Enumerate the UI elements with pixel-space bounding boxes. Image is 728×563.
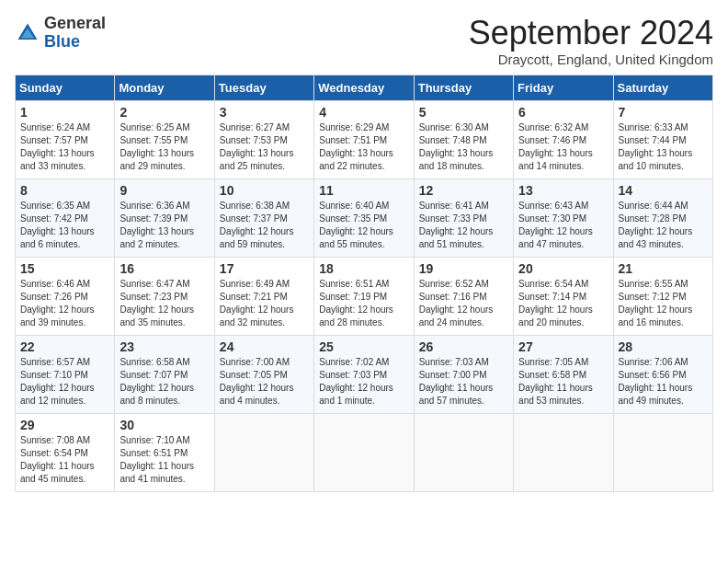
calendar-cell bbox=[214, 413, 313, 491]
day-info: Sunrise: 6:54 AMSunset: 7:14 PMDaylight:… bbox=[518, 278, 608, 329]
day-number: 18 bbox=[319, 261, 408, 276]
day-number: 29 bbox=[20, 418, 109, 432]
day-info: Sunrise: 6:43 AMSunset: 7:30 PMDaylight:… bbox=[518, 200, 608, 251]
day-info: Sunrise: 6:55 AMSunset: 7:12 PMDaylight:… bbox=[619, 278, 708, 329]
calendar-cell: 20Sunrise: 6:54 AMSunset: 7:14 PMDayligh… bbox=[514, 257, 613, 335]
day-number: 22 bbox=[20, 339, 109, 354]
calendar-cell: 9Sunrise: 6:36 AMSunset: 7:39 PMDaylight… bbox=[115, 178, 214, 257]
day-number: 8 bbox=[20, 183, 109, 198]
calendar-cell: 26Sunrise: 7:03 AMSunset: 7:00 PMDayligh… bbox=[414, 335, 513, 413]
calendar-cell: 18Sunrise: 6:51 AMSunset: 7:19 PMDayligh… bbox=[314, 257, 414, 335]
column-header-friday: Friday bbox=[514, 75, 613, 100]
day-info: Sunrise: 6:32 AMSunset: 7:46 PMDaylight:… bbox=[518, 121, 608, 173]
column-header-sunday: Sunday bbox=[16, 75, 115, 100]
logo-general: General bbox=[44, 14, 106, 32]
day-number: 11 bbox=[319, 183, 408, 198]
day-number: 20 bbox=[518, 261, 608, 276]
calendar-header-row: SundayMondayTuesdayWednesdayThursdayFrid… bbox=[16, 75, 713, 100]
calendar-cell: 8Sunrise: 6:35 AMSunset: 7:42 PMDaylight… bbox=[16, 178, 115, 257]
calendar-cell: 14Sunrise: 6:44 AMSunset: 7:28 PMDayligh… bbox=[613, 178, 712, 257]
day-info: Sunrise: 6:46 AMSunset: 7:26 PMDaylight:… bbox=[20, 278, 109, 329]
day-number: 26 bbox=[419, 339, 508, 354]
day-info: Sunrise: 6:38 AMSunset: 7:37 PMDaylight:… bbox=[220, 200, 309, 251]
day-info: Sunrise: 6:57 AMSunset: 7:10 PMDaylight:… bbox=[20, 356, 109, 408]
column-header-saturday: Saturday bbox=[613, 75, 712, 100]
calendar-cell: 1Sunrise: 6:24 AMSunset: 7:57 PMDaylight… bbox=[16, 100, 115, 178]
day-info: Sunrise: 6:41 AMSunset: 7:33 PMDaylight:… bbox=[419, 200, 508, 251]
column-header-tuesday: Tuesday bbox=[214, 75, 313, 100]
day-info: Sunrise: 7:08 AMSunset: 6:54 PMDaylight:… bbox=[20, 434, 109, 486]
calendar-cell bbox=[613, 413, 712, 491]
day-info: Sunrise: 6:58 AMSunset: 7:07 PMDaylight:… bbox=[119, 356, 209, 408]
day-number: 28 bbox=[619, 339, 708, 354]
day-number: 14 bbox=[619, 183, 708, 198]
day-number: 23 bbox=[119, 339, 209, 354]
day-number: 5 bbox=[419, 105, 508, 120]
day-info: Sunrise: 6:36 AMSunset: 7:39 PMDaylight:… bbox=[119, 200, 209, 251]
day-number: 17 bbox=[220, 261, 309, 276]
title-block: September 2024 Draycott, England, United… bbox=[469, 15, 713, 67]
day-info: Sunrise: 6:40 AMSunset: 7:35 PMDaylight:… bbox=[319, 200, 408, 251]
logo-icon bbox=[15, 20, 40, 46]
page-header: General Blue September 2024 Draycott, En… bbox=[15, 15, 713, 67]
calendar-cell: 15Sunrise: 6:46 AMSunset: 7:26 PMDayligh… bbox=[16, 257, 115, 335]
calendar-week-row: 15Sunrise: 6:46 AMSunset: 7:26 PMDayligh… bbox=[16, 257, 713, 335]
day-info: Sunrise: 6:44 AMSunset: 7:28 PMDaylight:… bbox=[619, 200, 708, 251]
day-info: Sunrise: 6:51 AMSunset: 7:19 PMDaylight:… bbox=[319, 278, 408, 329]
day-number: 1 bbox=[20, 105, 109, 120]
day-number: 15 bbox=[20, 261, 109, 276]
calendar-cell: 21Sunrise: 6:55 AMSunset: 7:12 PMDayligh… bbox=[613, 257, 712, 335]
day-number: 9 bbox=[119, 183, 209, 198]
calendar-cell: 2Sunrise: 6:25 AMSunset: 7:55 PMDaylight… bbox=[115, 100, 214, 178]
day-info: Sunrise: 6:33 AMSunset: 7:44 PMDaylight:… bbox=[619, 121, 708, 173]
calendar-table: SundayMondayTuesdayWednesdayThursdayFrid… bbox=[15, 75, 713, 492]
calendar-cell: 17Sunrise: 6:49 AMSunset: 7:21 PMDayligh… bbox=[214, 257, 313, 335]
day-info: Sunrise: 6:25 AMSunset: 7:55 PMDaylight:… bbox=[119, 121, 209, 173]
day-info: Sunrise: 7:06 AMSunset: 6:56 PMDaylight:… bbox=[619, 356, 708, 408]
day-number: 25 bbox=[319, 339, 408, 354]
day-info: Sunrise: 7:03 AMSunset: 7:00 PMDaylight:… bbox=[419, 356, 508, 408]
day-number: 6 bbox=[518, 105, 608, 120]
day-number: 7 bbox=[619, 105, 708, 120]
calendar-cell: 12Sunrise: 6:41 AMSunset: 7:33 PMDayligh… bbox=[414, 178, 513, 257]
day-number: 2 bbox=[119, 105, 209, 120]
day-info: Sunrise: 7:00 AMSunset: 7:05 PMDaylight:… bbox=[220, 356, 309, 408]
month-title: September 2024 bbox=[469, 15, 713, 52]
day-number: 12 bbox=[419, 183, 508, 198]
day-number: 16 bbox=[119, 261, 209, 276]
location: Draycott, England, United Kingdom bbox=[469, 52, 713, 67]
day-info: Sunrise: 6:35 AMSunset: 7:42 PMDaylight:… bbox=[20, 200, 109, 251]
day-number: 27 bbox=[518, 339, 608, 354]
calendar-week-row: 29Sunrise: 7:08 AMSunset: 6:54 PMDayligh… bbox=[16, 413, 713, 491]
calendar-cell: 7Sunrise: 6:33 AMSunset: 7:44 PMDaylight… bbox=[613, 100, 712, 178]
day-number: 24 bbox=[220, 339, 309, 354]
logo: General Blue bbox=[15, 15, 106, 52]
day-info: Sunrise: 6:29 AMSunset: 7:51 PMDaylight:… bbox=[319, 121, 408, 173]
calendar-cell bbox=[414, 413, 513, 491]
calendar-week-row: 22Sunrise: 6:57 AMSunset: 7:10 PMDayligh… bbox=[16, 335, 713, 413]
logo-blue: Blue bbox=[44, 32, 80, 51]
calendar-cell: 11Sunrise: 6:40 AMSunset: 7:35 PMDayligh… bbox=[314, 178, 414, 257]
day-number: 13 bbox=[518, 183, 608, 198]
calendar-cell: 25Sunrise: 7:02 AMSunset: 7:03 PMDayligh… bbox=[314, 335, 414, 413]
calendar-cell: 19Sunrise: 6:52 AMSunset: 7:16 PMDayligh… bbox=[414, 257, 513, 335]
calendar-week-row: 8Sunrise: 6:35 AMSunset: 7:42 PMDaylight… bbox=[16, 178, 713, 257]
day-number: 30 bbox=[119, 418, 209, 432]
calendar-cell: 6Sunrise: 6:32 AMSunset: 7:46 PMDaylight… bbox=[514, 100, 613, 178]
calendar-cell: 22Sunrise: 6:57 AMSunset: 7:10 PMDayligh… bbox=[16, 335, 115, 413]
day-info: Sunrise: 6:27 AMSunset: 7:53 PMDaylight:… bbox=[220, 121, 309, 173]
calendar-cell: 29Sunrise: 7:08 AMSunset: 6:54 PMDayligh… bbox=[16, 413, 115, 491]
day-number: 3 bbox=[220, 105, 309, 120]
calendar-cell: 5Sunrise: 6:30 AMSunset: 7:48 PMDaylight… bbox=[414, 100, 513, 178]
calendar-cell: 24Sunrise: 7:00 AMSunset: 7:05 PMDayligh… bbox=[214, 335, 313, 413]
column-header-monday: Monday bbox=[115, 75, 214, 100]
calendar-cell: 28Sunrise: 7:06 AMSunset: 6:56 PMDayligh… bbox=[613, 335, 712, 413]
day-info: Sunrise: 6:52 AMSunset: 7:16 PMDaylight:… bbox=[419, 278, 508, 329]
calendar-cell: 10Sunrise: 6:38 AMSunset: 7:37 PMDayligh… bbox=[214, 178, 313, 257]
day-info: Sunrise: 7:10 AMSunset: 6:51 PMDaylight:… bbox=[119, 434, 209, 486]
calendar-week-row: 1Sunrise: 6:24 AMSunset: 7:57 PMDaylight… bbox=[16, 100, 713, 178]
calendar-cell bbox=[514, 413, 613, 491]
column-header-thursday: Thursday bbox=[414, 75, 513, 100]
calendar-cell bbox=[314, 413, 414, 491]
calendar-cell: 4Sunrise: 6:29 AMSunset: 7:51 PMDaylight… bbox=[314, 100, 414, 178]
